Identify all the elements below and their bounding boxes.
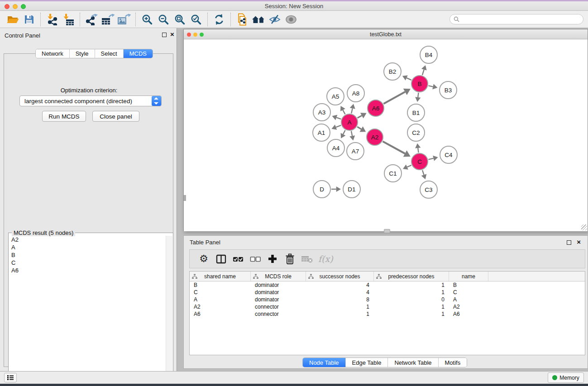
function-builder-button-disabled[interactable]: f(x) bbox=[318, 254, 333, 264]
column-header-mcds-role[interactable]: MCDS role bbox=[251, 272, 306, 281]
show-panels-button[interactable] bbox=[283, 12, 299, 27]
column-header-successor-nodes[interactable]: successor nodes bbox=[306, 272, 374, 281]
graph-edge-C-C3[interactable] bbox=[422, 170, 424, 175]
column-header-predecessor-nodes[interactable]: predecessor nodes bbox=[374, 272, 449, 281]
close-panel-icon[interactable]: × bbox=[170, 30, 174, 39]
cell-name[interactable]: C bbox=[449, 289, 488, 296]
list-item[interactable]: A2 bbox=[9, 236, 166, 243]
cell-shared-name[interactable]: A6 bbox=[190, 310, 251, 318]
zoom-fit-button[interactable] bbox=[172, 12, 188, 27]
graph-edge-A-A3[interactable] bbox=[336, 118, 341, 119]
graph-edge-C-C1[interactable] bbox=[407, 165, 411, 167]
delete-columns-button[interactable] bbox=[281, 251, 298, 267]
cell-predecessor-nodes[interactable]: 1 bbox=[374, 281, 449, 289]
memory-button[interactable]: Memory bbox=[548, 372, 584, 383]
cell-name[interactable]: B bbox=[449, 281, 488, 289]
list-item[interactable]: A6 bbox=[9, 267, 166, 274]
list-item[interactable]: B bbox=[9, 251, 166, 259]
graph-edge-A-A4[interactable] bbox=[343, 130, 345, 134]
tab-mcds[interactable]: MCDS bbox=[124, 49, 153, 58]
new-network-from-selection-button[interactable] bbox=[234, 12, 250, 27]
result-scrollbar[interactable] bbox=[166, 236, 172, 386]
tab-node-table[interactable]: Node Table bbox=[303, 358, 346, 367]
cell-predecessor-nodes[interactable]: 1 bbox=[374, 303, 449, 310]
cell-shared-name[interactable]: A bbox=[190, 296, 251, 303]
cell-mcds-role[interactable]: connector bbox=[251, 310, 306, 318]
cell-successor-nodes[interactable]: 8 bbox=[306, 296, 374, 303]
tab-motifs[interactable]: Motifs bbox=[439, 358, 467, 367]
float-panel-icon[interactable] bbox=[162, 33, 167, 37]
open-session-button[interactable] bbox=[5, 12, 21, 27]
search-field[interactable] bbox=[449, 14, 583, 24]
zoom-in-button[interactable] bbox=[139, 12, 155, 27]
task-history-button[interactable] bbox=[4, 373, 17, 382]
cell-shared-name[interactable]: B bbox=[190, 281, 251, 289]
cell-mcds-role[interactable]: connector bbox=[251, 303, 306, 310]
home-view-button[interactable] bbox=[250, 12, 267, 27]
splitter-handle[interactable] bbox=[384, 229, 390, 233]
graph-edge-B-B2[interactable] bbox=[406, 78, 411, 80]
cell-predecessor-nodes[interactable]: 0 bbox=[374, 296, 449, 303]
graph-edge-A-A7[interactable] bbox=[351, 131, 352, 136]
save-session-button[interactable] bbox=[21, 12, 37, 27]
tab-edge-table[interactable]: Edge Table bbox=[346, 358, 388, 367]
graph-edge-A-A2[interactable] bbox=[357, 127, 361, 129]
refresh-layout-button[interactable] bbox=[211, 12, 227, 27]
graph-edge-C-C4[interactable] bbox=[428, 158, 433, 160]
tab-select[interactable]: Select bbox=[95, 49, 124, 58]
graph-edge-C-C2[interactable] bbox=[418, 148, 418, 152]
import-table-button[interactable] bbox=[60, 12, 76, 27]
export-table-button[interactable] bbox=[100, 12, 116, 27]
tab-network-table[interactable]: Network Table bbox=[388, 358, 438, 367]
tab-network[interactable]: Network bbox=[36, 49, 70, 58]
column-header-name[interactable]: name bbox=[449, 272, 488, 281]
close-table-panel-icon[interactable]: × bbox=[577, 238, 581, 247]
cell-predecessor-nodes[interactable]: 1 bbox=[374, 289, 449, 296]
cell-name[interactable]: A bbox=[449, 296, 488, 303]
network-window-titlebar[interactable]: testGlobe.txt bbox=[184, 29, 588, 39]
float-table-panel-icon[interactable] bbox=[567, 240, 571, 245]
table-options-button[interactable]: ⚙ bbox=[195, 251, 212, 267]
cell-mcds-role[interactable]: dominator bbox=[251, 289, 306, 296]
search-input[interactable] bbox=[459, 16, 573, 23]
graph-edge-A-A8[interactable] bbox=[351, 108, 352, 113]
list-item[interactable]: C bbox=[9, 259, 166, 267]
delete-table-button-disabled[interactable] bbox=[298, 251, 316, 267]
network-canvas[interactable]: AA1A2A3A4A5A6A7A8BB1B2B3B4CC1C2C3C4DD1 bbox=[184, 40, 588, 231]
run-mcds-button[interactable]: Run MCDS bbox=[42, 111, 86, 122]
cell-successor-nodes[interactable]: 4 bbox=[306, 281, 374, 289]
select-all-button[interactable] bbox=[229, 251, 247, 267]
column-header-shared-name[interactable]: shared name bbox=[190, 272, 251, 281]
zoom-selected-button[interactable] bbox=[188, 12, 204, 27]
export-image-button[interactable] bbox=[116, 12, 132, 27]
hide-panels-button[interactable] bbox=[267, 12, 283, 27]
column-selector-button[interactable] bbox=[212, 251, 229, 267]
cell-name[interactable]: A6 bbox=[449, 310, 488, 318]
import-network-button[interactable] bbox=[44, 12, 60, 27]
cell-predecessor-nodes[interactable]: 1 bbox=[374, 310, 449, 318]
graph-edge-B-B1[interactable] bbox=[418, 93, 418, 97]
tab-style[interactable]: Style bbox=[70, 49, 95, 58]
graph-edge-B-B3[interactable] bbox=[429, 86, 433, 86]
graph-edge-A-A5[interactable] bbox=[343, 110, 345, 114]
cell-mcds-role[interactable]: dominator bbox=[251, 296, 306, 303]
cell-shared-name[interactable]: A2 bbox=[190, 303, 251, 310]
cell-name[interactable]: A2 bbox=[449, 303, 488, 310]
graph-edge-B-B4[interactable] bbox=[422, 70, 424, 75]
graph-edge-A-A1[interactable] bbox=[336, 125, 341, 127]
cell-shared-name[interactable]: C bbox=[190, 289, 251, 296]
criterion-dropdown[interactable]: largest connected component (directed) bbox=[19, 95, 162, 106]
cell-successor-nodes[interactable]: 1 bbox=[306, 310, 374, 318]
window-edge-grip[interactable] bbox=[184, 195, 186, 201]
export-network-button[interactable] bbox=[83, 12, 100, 27]
unselect-all-button[interactable] bbox=[247, 251, 264, 267]
graph-edge-A-A6[interactable] bbox=[358, 115, 362, 118]
zoom-out-button[interactable] bbox=[155, 12, 172, 27]
add-column-button[interactable] bbox=[264, 251, 281, 267]
close-panel-button[interactable]: Close panel bbox=[92, 111, 139, 122]
cell-successor-nodes[interactable]: 1 bbox=[306, 303, 374, 310]
cell-mcds-role[interactable]: dominator bbox=[251, 281, 306, 289]
graph-edge-A2-C[interactable] bbox=[383, 142, 405, 154]
cell-successor-nodes[interactable]: 4 bbox=[306, 289, 374, 296]
graph-edge-A6-B[interactable] bbox=[383, 92, 405, 104]
